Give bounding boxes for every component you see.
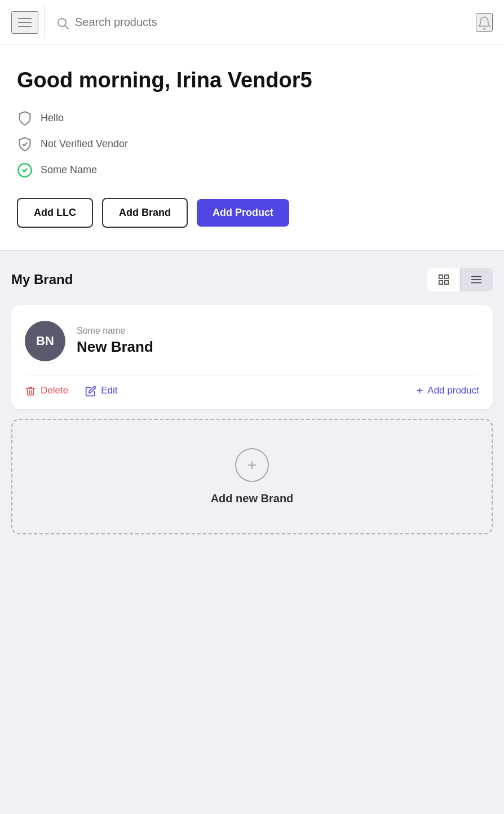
circle-check-icon — [17, 162, 33, 178]
add-product-label: Add product — [427, 385, 479, 396]
add-brand-circle-icon: + — [235, 448, 269, 482]
status-item-hello: Hello — [17, 110, 487, 126]
edit-brand-button[interactable]: Edit — [85, 385, 117, 397]
plus-circle-icon: + — [247, 457, 257, 473]
brand-card: BN Some name New Brand Delete — [11, 305, 493, 409]
brands-section-header: My Brand — [11, 268, 493, 291]
add-product-button[interactable]: Add Product — [197, 199, 289, 227]
add-product-to-brand-button[interactable]: + Add product — [417, 384, 479, 397]
status-list: Hello Not Verified Vendor Some Name — [17, 110, 487, 178]
action-buttons-group: Add LLC Add Brand Add Product — [17, 198, 487, 228]
add-llc-button[interactable]: Add LLC — [17, 198, 93, 228]
search-area — [56, 15, 476, 29]
status-item-not-verified: Not Verified Vendor — [17, 136, 487, 152]
delete-label: Delete — [41, 385, 68, 396]
status-not-verified-text: Not Verified Vendor — [41, 138, 128, 150]
status-hello-text: Hello — [41, 112, 64, 124]
plus-icon: + — [417, 384, 423, 397]
add-new-brand-label: Add new Brand — [211, 492, 294, 505]
svg-rect-5 — [439, 281, 443, 284]
grid-view-button[interactable] — [427, 268, 460, 291]
shield-icon — [17, 110, 33, 126]
header-divider — [44, 6, 45, 39]
welcome-section: Good morning, Irina Vendor5 Hello Not Ve… — [0, 45, 504, 251]
add-brand-button[interactable]: Add Brand — [102, 198, 188, 228]
view-toggle — [427, 268, 493, 291]
edit-icon — [85, 385, 96, 397]
brands-section-title: My Brand — [11, 272, 73, 287]
add-new-brand-card[interactable]: + Add new Brand — [11, 419, 493, 534]
brand-card-actions: Delete Edit + Add product — [25, 375, 479, 397]
brands-section: My Brand BN S — [0, 251, 504, 551]
trash-icon — [25, 385, 36, 397]
menu-button[interactable] — [11, 11, 38, 34]
status-some-name-text: Some Name — [41, 164, 97, 176]
notification-bell-button[interactable] — [476, 13, 493, 32]
brand-name: New Brand — [77, 338, 153, 356]
shield-check-icon — [17, 136, 33, 152]
greeting-heading: Good morning, Irina Vendor5 — [17, 68, 487, 94]
search-input[interactable] — [75, 16, 476, 29]
svg-rect-4 — [445, 275, 448, 278]
delete-brand-button[interactable]: Delete — [25, 385, 68, 397]
edit-label: Edit — [101, 385, 117, 396]
svg-rect-6 — [445, 281, 448, 284]
header — [0, 0, 504, 45]
brand-info: Some name New Brand — [77, 326, 153, 356]
brand-avatar: BN — [25, 321, 65, 361]
search-icon — [56, 15, 69, 29]
brand-card-top: BN Some name New Brand — [25, 321, 479, 361]
list-view-button[interactable] — [460, 268, 493, 291]
brand-subtitle: Some name — [77, 326, 153, 336]
status-item-some-name: Some Name — [17, 162, 487, 178]
svg-line-1 — [65, 25, 69, 29]
svg-rect-3 — [439, 275, 443, 278]
